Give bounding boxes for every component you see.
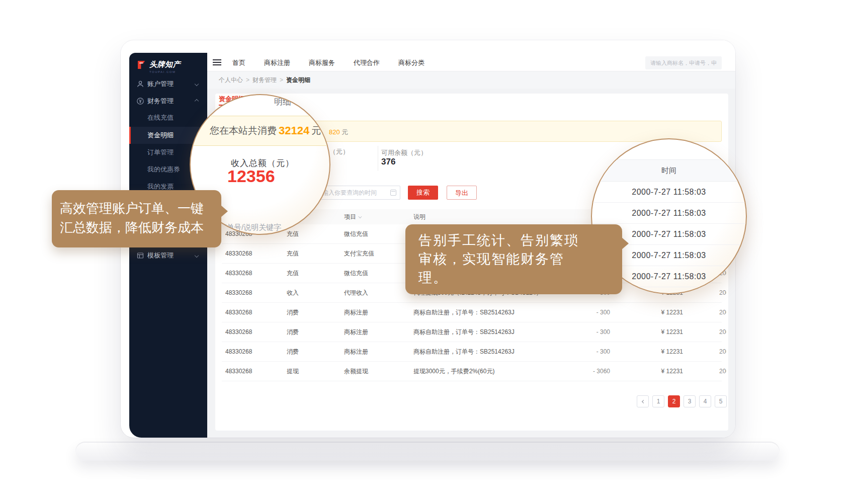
- chevron-left-icon: [641, 399, 645, 403]
- pagination-page-4[interactable]: 4: [699, 395, 711, 407]
- logo-flag-icon: [136, 60, 146, 70]
- hamburger-menu-icon[interactable]: [213, 59, 221, 67]
- pagination-page-5[interactable]: 5: [715, 395, 727, 407]
- finance-icon: [136, 97, 144, 105]
- nav-item-tm-service[interactable]: 商标服务: [309, 58, 335, 67]
- logo-title: 头牌知产: [149, 60, 181, 69]
- magnified-consumption-banner: 您在本站共消费 32124 元: [190, 116, 330, 146]
- pagination-page-2[interactable]: 2: [668, 395, 680, 407]
- stat-divider: [378, 146, 378, 171]
- banner-small-amount: 820 元: [329, 128, 348, 137]
- laptop-base: [75, 442, 780, 461]
- chevron-down-icon: [195, 254, 199, 258]
- magnified-time-header: 时间: [592, 159, 746, 182]
- chevron-down-icon: [195, 82, 199, 86]
- top-nav: 首页 商标注册 商标服务 代理合作 商标分类: [232, 58, 424, 67]
- breadcrumb-finance[interactable]: 财务管理: [252, 76, 283, 85]
- export-button[interactable]: 导出: [447, 186, 477, 200]
- magnified-consumption-amount: 32124: [279, 124, 309, 137]
- balance-value: 376: [381, 157, 395, 167]
- breadcrumb-personal-center[interactable]: 个人中心: [219, 76, 249, 85]
- time-query-input[interactable]: [317, 186, 400, 200]
- calendar-icon[interactable]: [390, 190, 396, 196]
- sidebar-item-online-recharge[interactable]: 在线充值: [129, 109, 207, 126]
- stat-middle-label-fragment: （元）: [329, 147, 349, 156]
- search-button[interactable]: 搜索: [408, 186, 438, 200]
- table-row: 48330268消费商标注册商标自助注册，订单号：SB2514263J- 300…: [222, 342, 722, 362]
- trademark-search-input[interactable]: [645, 56, 722, 69]
- pagination-page-3[interactable]: 3: [684, 395, 696, 407]
- breadcrumb: 个人中心 财务管理 资金明细: [207, 71, 735, 89]
- nav-item-agency[interactable]: 代理合作: [354, 58, 380, 67]
- sidebar-item-templates[interactable]: 模板管理: [129, 247, 207, 264]
- sidebar-item-finance[interactable]: 财务管理: [129, 93, 207, 110]
- balance-label: 可用余额（元）: [381, 148, 427, 157]
- pagination-page-1[interactable]: 1: [652, 395, 664, 407]
- col-desc: 说明: [413, 213, 425, 221]
- nav-item-tm-register[interactable]: 商标注册: [264, 58, 290, 67]
- table-row: 48330268消费商标注册商标自助注册，订单号：SB2514263J- 300…: [222, 303, 722, 322]
- sort-caret-icon: [358, 215, 362, 218]
- magnified-time-row: 2000-7-27 11:58:03: [592, 203, 746, 224]
- callout-right: 告别手工统计、告别繁琐 审核，实现智能财务管 理。: [405, 224, 622, 294]
- template-icon: [136, 251, 144, 260]
- logo-subtitle: TOUPAI.COM: [149, 70, 181, 73]
- pagination: 1 2 3 4 5: [637, 395, 727, 407]
- income-total-value: 12356: [227, 166, 275, 186]
- sidebar-item-account[interactable]: 账户管理: [129, 75, 207, 93]
- pagination-prev-button[interactable]: [637, 395, 649, 407]
- nav-item-tm-category[interactable]: 商标分类: [398, 58, 424, 67]
- table-row: 48330268消费商标注册商标自助注册，订单号：SB2514263J- 300…: [222, 322, 722, 342]
- callout-left: 高效管理账户订单、一键 汇总数据，降低财务成本: [52, 190, 221, 247]
- nav-item-home[interactable]: 首页: [232, 58, 245, 67]
- logo: 头牌知产 TOUPAI.COM: [136, 60, 181, 73]
- chevron-up-icon: [195, 99, 199, 103]
- page: 头牌知产 TOUPAI.COM 账户管理 财务管理 在线充值: [0, 0, 853, 504]
- col-project[interactable]: 项目: [344, 213, 361, 221]
- breadcrumb-current: 资金明细: [286, 76, 310, 85]
- user-icon: [136, 80, 144, 88]
- table-row: 48330268提现余额提现提现3000元，手续费2%(60元)- 3060¥ …: [222, 362, 722, 381]
- magnified-time-row: 2000-7-27 11:58:03: [592, 182, 746, 203]
